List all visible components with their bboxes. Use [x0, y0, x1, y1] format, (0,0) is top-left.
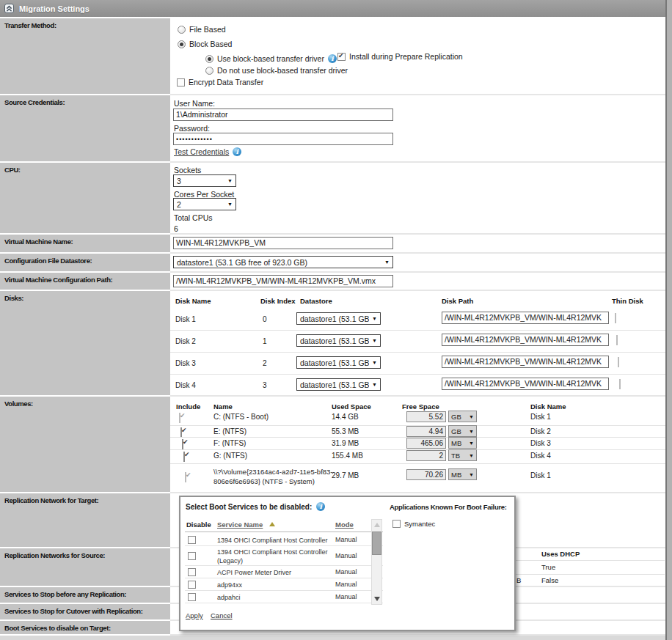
- include-checkbox[interactable]: [183, 452, 185, 462]
- free-unit-select[interactable]: MB▼: [448, 437, 477, 449]
- config-path-input[interactable]: /WIN-ML4R12MVKPB_VM/WIN-ML4R12MVKPB_VM.v…: [173, 275, 393, 287]
- volumes-header-include: Include: [176, 402, 200, 411]
- thin-disk-checkbox[interactable]: [615, 313, 616, 323]
- thin-disk-checkbox[interactable]: [618, 357, 619, 367]
- disable-service-checkbox[interactable]: [188, 552, 196, 560]
- disk-datastore-select[interactable]: datastore1 (53.1 GB▼: [296, 334, 381, 347]
- password-input[interactable]: ••••••••••••: [173, 133, 393, 145]
- free-space-input[interactable]: 70.26: [406, 469, 446, 480]
- volume-used: 55.3 MB: [332, 427, 359, 435]
- thin-disk-checkbox[interactable]: [619, 379, 621, 389]
- uses-dhcp-value: True: [541, 563, 555, 571]
- encrypt-checkbox[interactable]: Encrypt Data Transfer: [177, 78, 263, 87]
- use-driver-radio[interactable]: Use block-based transfer driver i: [205, 54, 337, 63]
- service-mode: Manual: [335, 581, 357, 588]
- service-mode: Manual: [335, 552, 357, 559]
- info-icon[interactable]: i: [328, 54, 337, 63]
- free-unit-select[interactable]: GB▼: [448, 425, 477, 437]
- disable-column-header: Disable: [186, 521, 211, 529]
- symantec-checkbox[interactable]: Symantec: [392, 520, 435, 528]
- service-row: 1394 OHCI Compliant Host Controller (Leg…: [185, 546, 383, 566]
- thin-disk-checkbox[interactable]: [616, 335, 618, 345]
- info-icon[interactable]: i: [233, 147, 241, 156]
- vm-name-value: WIN-ML4R12MVKPB_VM: [176, 238, 266, 247]
- disable-service-checkbox[interactable]: [188, 593, 196, 601]
- total-cpus-label: Total CPUs: [174, 213, 213, 222]
- disk-path-input[interactable]: /WIN-ML4R12MVKPB_VM/WIN-ML4R12MVK: [442, 356, 609, 368]
- section-source-credentials: Source Credentials: User Name: 1\Adminis…: [0, 95, 672, 163]
- free-space-input[interactable]: 5.52: [406, 411, 446, 422]
- boot-services-popup: Select Boot Services to be disabled: i A…: [179, 496, 516, 631]
- row-separator: [516, 574, 665, 575]
- dropdown-arrow-icon: ▼: [467, 472, 476, 477]
- free-unit-select[interactable]: MB▼: [448, 468, 477, 480]
- uses-dhcp-header: Uses DHCP: [541, 550, 580, 558]
- service-name: 1394 OHCI Compliant Host Controller: [217, 536, 335, 545]
- encrypt-label: Encrypt Data Transfer: [189, 78, 263, 87]
- radio-icon: [178, 26, 186, 34]
- free-unit-select[interactable]: TB▼: [448, 449, 477, 461]
- disk-path-input[interactable]: /WIN-ML4R12MVKPB_VM/WIN-ML4R12MVK: [442, 312, 609, 324]
- apply-link[interactable]: Apply: [186, 611, 203, 619]
- service-row: ACPI Power Meter Driver Manual: [185, 566, 383, 578]
- info-icon[interactable]: i: [316, 502, 325, 511]
- mode-column-header[interactable]: Mode: [335, 521, 354, 529]
- disk-datastore-select[interactable]: datastore1 (53.1 GB▼: [296, 378, 381, 391]
- free-unit-select[interactable]: GB▼: [448, 411, 477, 422]
- user-name-input[interactable]: 1\Administrator: [173, 108, 393, 121]
- volume-used: 31.9 MB: [332, 439, 359, 447]
- vm-name-input[interactable]: WIN-ML4R12MVKPB_VM: [173, 237, 393, 249]
- scroll-down-button[interactable]: [372, 594, 381, 604]
- file-based-label: File Based: [189, 25, 226, 34]
- service-name-column-header[interactable]: Service Name: [217, 521, 263, 529]
- include-checkbox[interactable]: [180, 427, 182, 438]
- test-credentials-row: Test Credentials i: [174, 147, 241, 156]
- uses-dhcp-value: False: [541, 576, 558, 584]
- disk-path-input[interactable]: /WIN-ML4R12MVKPB_VM/WIN-ML4R12MVK: [442, 334, 609, 346]
- include-checkbox[interactable]: [185, 472, 186, 482]
- cores-select[interactable]: 2 ▼: [173, 198, 236, 210]
- dropdown-arrow-icon: ▼: [467, 429, 476, 434]
- free-space-input[interactable]: 2: [406, 450, 446, 461]
- free-space-input[interactable]: 4.94: [406, 426, 446, 437]
- row-separator: [170, 352, 666, 353]
- sockets-select[interactable]: 3 ▼: [173, 174, 236, 187]
- free-space-input[interactable]: 465.06: [406, 438, 446, 449]
- config-datastore-select[interactable]: datastore1 (53.1 GB free of 923.0 GB) ▼: [173, 256, 393, 268]
- disk-index: 0: [263, 315, 267, 323]
- block-based-radio[interactable]: Block Based: [178, 40, 232, 48]
- disks-header-name: Disk Name: [175, 297, 211, 305]
- volumes-header-disk: Disk Name: [530, 402, 566, 411]
- service-row: adp94xx Manual: [185, 578, 383, 591]
- service-mode: Manual: [335, 536, 357, 543]
- service-mode: Manual: [335, 593, 357, 600]
- scroll-up-button[interactable]: [372, 520, 381, 530]
- install-prepare-checkbox[interactable]: Install during Prepare Replication: [337, 52, 463, 61]
- volumes-header-name: Name: [213, 402, 233, 411]
- section-vm-name: Virtual Machine Name: WIN-ML4R12MVKPB_VM: [0, 235, 672, 254]
- volumes-header-free: Free Space: [402, 402, 439, 411]
- section-label-repl-net-source: Replication Networks for Source:: [0, 548, 170, 587]
- include-checkbox[interactable]: [179, 413, 180, 423]
- collapse-icon[interactable]: [4, 4, 14, 13]
- include-checkbox[interactable]: [182, 439, 183, 449]
- scrollbar[interactable]: [371, 519, 382, 605]
- service-row: adpahci Manual: [185, 591, 383, 603]
- disable-service-checkbox[interactable]: [188, 536, 196, 544]
- test-credentials-link[interactable]: Test Credentials: [174, 147, 229, 156]
- disk-path-input[interactable]: /WIN-ML4R12MVKPB_VM/WIN-ML4R12MVK: [442, 378, 609, 390]
- disk-datastore-select[interactable]: datastore1 (53.1 GB▼: [296, 356, 381, 369]
- row-separator: [516, 560, 665, 561]
- cancel-link[interactable]: Cancel: [211, 611, 233, 619]
- scrollbar-thumb[interactable]: [372, 532, 381, 555]
- disk-datastore-select[interactable]: datastore1 (53.1 GB▼: [296, 312, 381, 325]
- clipped-cell-fragment: B: [516, 576, 521, 584]
- disable-service-checkbox[interactable]: [188, 581, 196, 589]
- section-label-transfer-method: Transfer Method:: [0, 18, 170, 95]
- volume-used: 14.4 GB: [332, 413, 359, 421]
- radio-icon: [205, 55, 213, 63]
- no-driver-radio[interactable]: Do not use block-based transfer driver: [205, 66, 348, 75]
- disable-service-checkbox[interactable]: [188, 568, 196, 576]
- file-based-radio[interactable]: File Based: [178, 25, 226, 34]
- cores-value: 2: [174, 200, 224, 209]
